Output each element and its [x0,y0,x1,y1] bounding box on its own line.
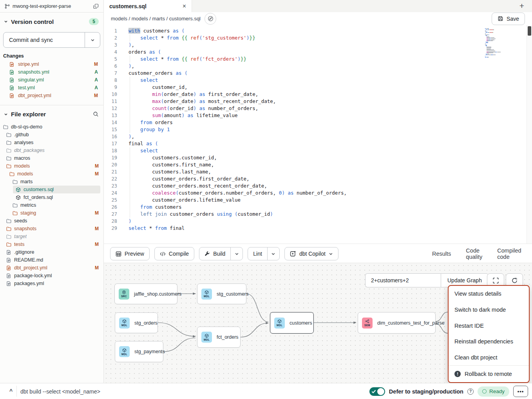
file-icon [6,265,11,271]
tree-item-label: customers.sql [24,187,99,192]
code-text: final as ( [122,140,158,147]
tree-item-label: README.md [14,257,99,263]
menu-item-rollback-to-remote[interactable]: !Rollback to remote [449,366,529,382]
lineage-node-customers[interactable]: MDLcustomers [270,312,314,334]
lineage-selector-input[interactable]: 2+customers+2 [365,273,441,287]
tree-item-macros[interactable]: macros [0,154,103,162]
file-icon [9,70,14,75]
code-text: customers.first_name, [122,161,214,168]
tree-item-label: dbt_project.yml [14,265,92,271]
menu-item-switch-to-dark-mode[interactable]: Switch to dark mode [449,302,529,318]
menu-item-reinstall-dependencies[interactable]: Reinstall dependencies [449,334,529,350]
change-row-snapshots.yml[interactable]: snapshots.ymlA [0,68,103,76]
tree-item-package-lock.yml[interactable]: package-lock.yml [0,272,103,280]
lineage-node-stg_orders[interactable]: MDLstg_orders [115,312,158,333]
file-explorer-header[interactable]: File explorer [0,105,103,120]
code-line-16: 16), [104,133,527,140]
compile-button[interactable]: Compile [154,247,194,260]
tree-item-db-sl-qs-demo[interactable]: db-sl-qs-demo [0,123,103,131]
build-options-caret[interactable] [230,247,242,260]
defer-label: Defer to staging/production [389,388,463,395]
scrollbar-thumb[interactable] [528,26,531,36]
copy-icon[interactable] [93,4,99,9]
explore-lineage-button[interactable] [204,13,216,25]
model-icon: MDL [201,289,212,300]
tab-results[interactable]: Results [432,244,451,263]
code-line-21: 21 customers.last_name, [104,168,527,175]
defer-toggle[interactable] [369,387,385,396]
code-text: select * from {{ ref('fct_orders')}} [122,56,246,63]
change-row-singular.yml[interactable]: singular.ymlA [0,76,103,84]
tree-item-tests[interactable]: testsM [0,240,103,248]
menu-item-restart-ide[interactable]: Restart IDE [449,318,529,334]
tree-item-fct_orders.sql[interactable]: fct_orders.sql [0,193,103,201]
change-file-name: snapshots.yml [18,69,91,75]
lint-button[interactable]: Lint [248,247,267,260]
folder-icon [6,218,11,224]
git-status-badge: M [95,265,99,271]
change-row-test.yml[interactable]: test.ymlA [0,84,103,92]
line-number: 9 [104,84,122,91]
tree-item-target[interactable]: target [0,233,103,240]
new-tab-button[interactable]: + [517,1,527,11]
tree-item-label: dbt_packages [14,148,99,153]
dbt-copilot-button[interactable]: dbt Copilot [284,247,338,260]
menu-item-clean-dbt-project[interactable]: Clean dbt project [449,350,529,366]
tree-item-marts[interactable]: marts [0,178,103,186]
lint-options-caret[interactable] [267,247,279,260]
minimap[interactable] [485,28,513,58]
help-icon[interactable]: ? [467,388,474,395]
lineage-node-src_jaffle[interactable]: SRCjaffle_shop.customers [114,283,177,304]
tree-item-seeds[interactable]: seeds [0,217,103,225]
change-row-stripe.yml[interactable]: stripe.ymlM [0,60,103,68]
tree-item-dbt_project.yml[interactable]: dbt_project.ymlM [0,264,103,272]
tree-item-staging[interactable]: stagingM [0,209,103,217]
tree-item-label: fct_orders.sql [24,195,99,200]
tree-item-.github[interactable]: .github [0,131,103,139]
build-button[interactable]: Build [199,247,230,260]
command-input[interactable]: dbt build --select <model_name> [20,383,100,399]
lineage-node-dim_customers[interactable]: SEMdim_customers_test_for_parse [358,312,436,334]
commit-and-sync-button[interactable]: Commit and sync [3,32,100,48]
save-button[interactable]: Save [492,13,525,25]
folder-icon [13,211,18,216]
editor-scrollbar[interactable] [527,25,532,244]
preview-button[interactable]: Preview [110,247,150,260]
tree-item-models[interactable]: modelsM [0,162,103,170]
menu-item-view-status-details[interactable]: View status details [449,286,529,302]
lineage-node-fct_orders[interactable]: MDLfct_orders [197,327,241,348]
toggle-knob [377,388,384,395]
close-icon[interactable]: × [183,3,186,9]
branch-selector[interactable]: mwong-test-explorer-parse [0,0,103,13]
tree-item-snapshots[interactable]: snapshotsM [0,225,103,233]
commit-options-caret[interactable] [85,32,100,47]
tree-item-metrics[interactable]: metrics [0,201,103,209]
code-text: select [122,77,158,84]
code-line-11: 11 max(order_date) as most_recent_order_… [104,98,527,105]
tree-item-analyses[interactable]: analyses [0,139,103,146]
code-text: ), [122,63,134,70]
lineage-node-stg_payments[interactable]: MDLstg_payments [115,341,163,362]
code-line-17: 17final as ( [104,140,527,147]
tree-item-README.md[interactable]: README.md [0,256,103,264]
tab-compiled-code[interactable]: Compiled code [497,244,521,263]
tree-item-packages.yml[interactable]: packages.yml [0,280,103,287]
tab-code-quality[interactable]: Code quality [466,244,482,263]
code-text: select * from final [122,225,185,232]
results-tab-bar: ResultsCode qualityCompiled codeLineage [432,244,532,263]
code-editor[interactable]: 1with customers as (2 select * from {{ r… [104,25,532,244]
tree-item-dbt_packages[interactable]: dbt_packages [0,146,103,154]
node-label: stg_customers [217,291,248,297]
change-row-dbt_project.yml[interactable]: dbt_project.ymlM [0,92,103,99]
tree-item-models[interactable]: modelsM [0,170,103,178]
search-icon[interactable] [93,111,99,117]
tree-item-label: snapshots [14,226,92,231]
tree-item-customers.sql[interactable]: customers.sql [0,186,103,193]
lint-label: Lint [253,251,262,257]
editor-tab-customers-sql[interactable]: customers.sql × [104,0,192,12]
version-control-header[interactable]: Version control 5 [0,13,103,27]
lineage-node-stg_customers[interactable]: MDLstg_customers [197,283,246,304]
more-options-button[interactable]: ••• [513,386,528,397]
expand-console-button[interactable]: ^ [6,386,16,396]
tree-item-.gitignore[interactable]: .gitignore [0,248,103,256]
